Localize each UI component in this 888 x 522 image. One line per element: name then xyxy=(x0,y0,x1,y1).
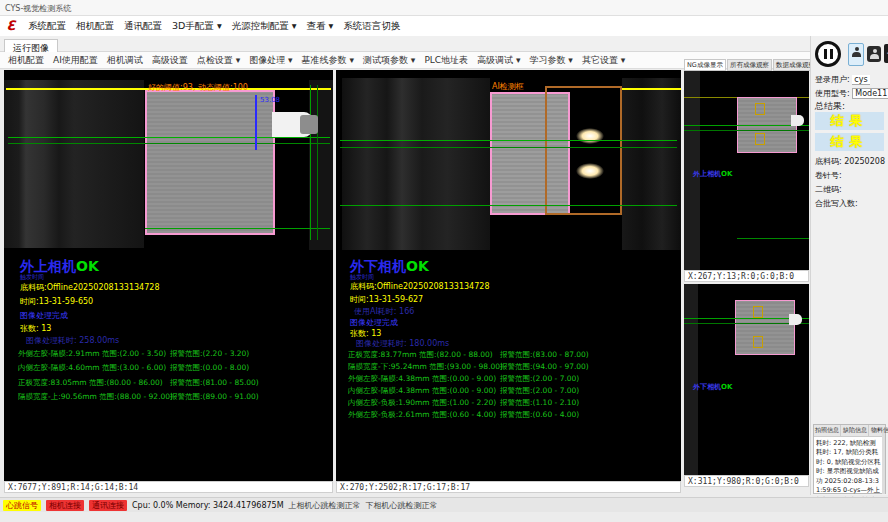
camera-status: OK xyxy=(76,258,99,274)
process-time-text: 图像处理耗时: 258.00ms xyxy=(26,335,119,346)
measure-line-h2 xyxy=(684,130,809,131)
window-title: CYS-视觉检测系统 xyxy=(5,4,71,13)
tab-defect-info[interactable]: 缺陷信息 xyxy=(842,425,869,436)
tab-photo-info[interactable]: 拍照信息 xyxy=(814,425,841,436)
pixel-coords-lower: X:270;Y:2502;R:17;G:17;B:17 xyxy=(336,481,681,493)
batch-write-label: 合批写入数: xyxy=(815,199,858,208)
connector-glow xyxy=(576,163,604,179)
alarm-range: 报警范围:(2.20 - 3.20) xyxy=(170,349,249,359)
menu-language-switch[interactable]: 系统语言切换 xyxy=(343,20,400,33)
tab-connector xyxy=(791,115,804,126)
measure-line-h3 xyxy=(145,228,330,229)
menu-camera-config[interactable]: 相机配置 xyxy=(76,20,114,33)
machine-background-right xyxy=(622,78,681,250)
process-done-text: 图像处理完成 xyxy=(20,310,68,321)
measurement-row: 外侧左胶-隔膜:4.38mm 范围:(0.00 - 9.00) xyxy=(348,374,496,384)
window-titlebar: CYS-视觉检测系统 xyxy=(0,0,888,16)
menu-system-config[interactable]: 系统配置 xyxy=(28,20,66,33)
menu-comm-config[interactable]: 通讯配置 xyxy=(124,20,162,33)
defect-mark xyxy=(755,133,765,145)
lower-camera-heartbeat-text: 下相机心跳检测正常 xyxy=(366,500,438,511)
tool-image-process[interactable]: 图像处理 ▾ xyxy=(249,54,292,67)
cpu-memory-text: Cpu: 0.0% Memory: 3424.41796875M xyxy=(132,501,284,510)
ng-view-tabs: NG成像显示 所有成像观察 数据成像观察 xyxy=(684,59,809,71)
tool-spot-check[interactable]: 点检设置 ▾ xyxy=(197,54,240,67)
cell-image xyxy=(735,300,795,355)
info-log-panel: 拍照信息 缺陷信息 物料信息 耗时: 222, 缺陷检测耗时: 17, 缺陷分类… xyxy=(813,424,886,494)
measure-line-h2 xyxy=(8,143,330,144)
app-window: CYS-视觉检测系统 Ɛ 系统配置 相机配置 通讯配置 3D手配置 ▾ 光源控制… xyxy=(0,0,888,522)
tool-other-settings[interactable]: 其它设置 ▾ xyxy=(582,54,625,67)
threshold-label: 好的阈值:93, 动态阈值:100 xyxy=(148,82,248,93)
camera-status: OK xyxy=(721,383,732,391)
measurement-row: 内侧左胶-隔膜:4.60mm 范围:(3.00 - 6.00) xyxy=(18,363,166,373)
heartbeat-badge: 心跳信号 xyxy=(3,500,41,511)
tool-camera-config[interactable]: 相机配置 xyxy=(8,54,44,67)
login-user-value[interactable]: cys xyxy=(852,75,869,85)
tool-advanced-settings[interactable]: 高级设置 xyxy=(152,54,188,67)
measurement-row: 外侧左胶-隔膜:2.91mm 范围:(2.00 - 3.50) xyxy=(18,349,166,359)
ng-preview-upper[interactable]: 外上相机OK xyxy=(684,71,809,270)
measurement-row: 正极宽度:83.05mm 范围:(80.00 - 86.00) xyxy=(18,378,163,388)
measurement-row: 隔膜宽度-下:95.24mm 范围:(93.00 - 98.00) xyxy=(348,362,503,372)
machine-background-left xyxy=(342,78,490,250)
pause-button[interactable] xyxy=(815,41,841,67)
menu-3d-config[interactable]: 3D手配置 ▾ xyxy=(172,20,222,33)
user-dark-icon xyxy=(870,49,879,58)
menu-light-config[interactable]: 光源控制配置 ▾ xyxy=(232,20,297,33)
login-user-label: 登录用户: xyxy=(815,75,850,84)
status-bar: 心跳信号 相机连接 通讯连接 Cpu: 0.0% Memory: 3424.41… xyxy=(0,497,888,512)
page-tabs: 运行图像 xyxy=(0,36,888,52)
camera-title: 外下相机 xyxy=(693,383,721,391)
alarm-range: 报警范围:(83.00 - 87.00) xyxy=(500,350,589,360)
ai-box-label: AI检测框 xyxy=(492,81,524,92)
alarm-range: 报警范围:(1.10 - 2.10) xyxy=(500,398,579,408)
tool-advanced-debug[interactable]: 高级调试 ▾ xyxy=(477,54,520,67)
user-account-button[interactable] xyxy=(867,46,881,62)
tool-camera-debug[interactable]: 相机调试 xyxy=(107,54,143,67)
defect-mark xyxy=(753,336,763,348)
tab-all-images[interactable]: 所有成像观察 xyxy=(727,59,772,71)
control-buttons: ⇥ xyxy=(814,40,886,70)
camera-title: 外上相机 xyxy=(693,170,721,178)
measurement-row: 隔膜宽度-上:90.56mm 范围:(88.00 - 92.00) xyxy=(18,392,173,402)
user-icon xyxy=(852,47,861,56)
measure-line-h2 xyxy=(340,147,677,148)
camera-view-upper[interactable]: 53.08 好的阈值:93, 动态阈值:100 外上相机OK 触发时间 底料码:… xyxy=(4,70,333,481)
measure-line-h3 xyxy=(340,205,677,206)
exit-button[interactable]: ⇥ xyxy=(884,44,888,63)
barcode-text: 底料码:Offline20250208133134728 xyxy=(350,281,489,292)
ai-time-text: 使用AI耗时: 166 xyxy=(354,306,414,317)
machine-background-left xyxy=(4,80,144,248)
process-done-text: 图像处理完成 xyxy=(350,317,398,328)
tool-learning-params[interactable]: 学习参数 ▾ xyxy=(530,54,573,67)
qrcode-label: 二维码: xyxy=(815,185,842,194)
tool-ai-config[interactable]: AI使用配置 xyxy=(53,54,98,67)
ng-preview-lower[interactable]: 外下相机OK xyxy=(684,284,809,475)
measurement-row: 正极宽度:83.77mm 范围:(82.00 - 88.00) xyxy=(348,350,493,360)
info-scrollbar[interactable] xyxy=(882,433,885,494)
tool-test-params[interactable]: 测试项参数 ▾ xyxy=(363,54,415,67)
pixel-coords-upper: X:7677;Y:891;R:14;G:14;B:14 xyxy=(4,481,333,493)
reference-line-yellow xyxy=(620,88,681,90)
tool-plc-table[interactable]: PLC地址表 xyxy=(424,54,468,67)
menu-bar: Ɛ 系统配置 相机配置 通讯配置 3D手配置 ▾ 光源控制配置 ▾ 查看 ▾ 系… xyxy=(0,16,888,36)
needle-no-label: 卷针号: xyxy=(815,171,842,180)
measure-line-h1 xyxy=(8,137,330,138)
tab-ng-display[interactable]: NG成像显示 xyxy=(684,59,726,71)
tab-material-info[interactable]: 物料信息 xyxy=(870,425,888,436)
camera-view-lower[interactable]: AI检测框 外下相机OK 触发时间 底料码:Offline20250208133… xyxy=(336,70,681,481)
result-badge-lower: 结果 xyxy=(815,133,884,151)
user-login-button[interactable] xyxy=(848,43,864,66)
tool-baseline-params[interactable]: 基准线参数 ▾ xyxy=(302,54,354,67)
alarm-range: 报警范围:(94.00 - 97.00) xyxy=(500,362,589,372)
camera-status: OK xyxy=(406,258,429,274)
measure-line-h3 xyxy=(737,238,809,239)
menu-view[interactable]: 查看 ▾ xyxy=(306,20,333,33)
alarm-range: 报警范围:(2.00 - 7.00) xyxy=(500,374,579,384)
pixel-coords-ng-upper: X:267;Y:13;R:0;G:0;B:0 xyxy=(684,270,809,282)
model-value[interactable]: Mode11 xyxy=(852,88,888,99)
connector-glow xyxy=(576,128,604,144)
alarm-range: 报警范围:(81.00 - 85.00) xyxy=(170,378,259,388)
alarm-range: 报警范围:(0.60 - 4.00) xyxy=(500,410,579,420)
